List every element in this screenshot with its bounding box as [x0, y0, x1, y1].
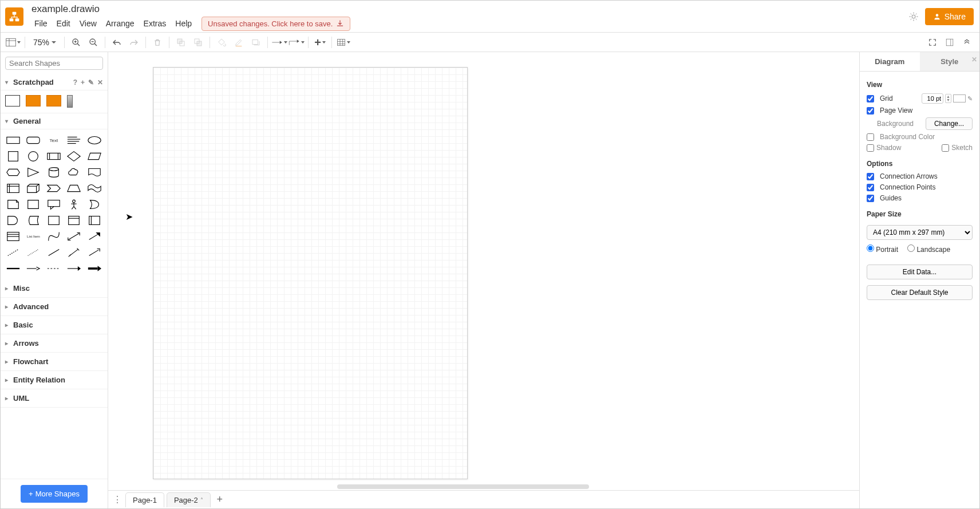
sidebar-toggle-button[interactable] — [5, 35, 21, 50]
menu-help[interactable]: Help — [171, 17, 196, 30]
connection-style-button[interactable] — [271, 35, 287, 50]
shape-text[interactable]: Text — [46, 134, 62, 147]
grid-size-input[interactable] — [922, 93, 943, 104]
shape-hexagon[interactable] — [5, 166, 21, 179]
grid-checkbox[interactable] — [867, 95, 874, 102]
shape-cloud[interactable] — [66, 166, 82, 179]
shape-ellipse[interactable] — [86, 134, 102, 147]
conn-arrows-checkbox[interactable] — [867, 173, 874, 180]
shape-link-open[interactable] — [46, 262, 62, 275]
fullscreen-button[interactable] — [924, 35, 941, 50]
sketch-checkbox[interactable] — [942, 144, 949, 152]
format-panel-toggle[interactable] — [942, 35, 958, 50]
general-header[interactable]: ▾ General — [1, 113, 108, 129]
shape-bidirectional-connector[interactable] — [66, 246, 82, 259]
table-button[interactable] — [335, 35, 351, 50]
search-input[interactable] — [9, 59, 105, 68]
bgcolor-checkbox[interactable] — [867, 133, 874, 141]
insert-button[interactable]: + — [312, 35, 328, 50]
page-tab[interactable]: Page-1 — [125, 492, 164, 507]
shape-document[interactable] — [86, 166, 102, 179]
shape-trapezoid[interactable] — [66, 182, 82, 195]
pencil-icon[interactable]: ✎ — [967, 95, 973, 102]
shape-vertical-container[interactable] — [66, 214, 82, 227]
canvas[interactable]: ➤ — [108, 52, 859, 490]
shape-step[interactable] — [46, 182, 62, 195]
shape-cube[interactable] — [25, 182, 41, 195]
shape-triangle[interactable] — [25, 166, 41, 179]
shape-cylinder[interactable] — [46, 166, 62, 179]
horizontal-scrollbar[interactable] — [337, 484, 589, 489]
shape-bidirectional-arrow[interactable] — [66, 230, 82, 243]
guides-checkbox[interactable] — [867, 195, 874, 202]
menu-file[interactable]: File — [30, 17, 52, 30]
delete-button[interactable] — [149, 35, 165, 50]
shape-container[interactable] — [46, 214, 62, 227]
pages-menu-button[interactable]: ⋮ — [112, 494, 123, 505]
portrait-radio[interactable] — [867, 244, 874, 252]
tab-style[interactable]: Style ✕ — [920, 52, 980, 71]
conn-points-checkbox[interactable] — [867, 184, 874, 191]
landscape-radio[interactable] — [907, 244, 915, 252]
search-shapes-box[interactable] — [5, 57, 103, 70]
shape-directional-connector[interactable] — [86, 246, 102, 259]
add-page-button[interactable]: + — [213, 493, 227, 507]
shape-link-dashed[interactable] — [25, 262, 41, 275]
close-icon[interactable]: ✕ — [971, 56, 977, 64]
landscape-radio-label[interactable]: Landscape — [907, 244, 950, 254]
to-front-button[interactable] — [173, 35, 189, 50]
share-button[interactable]: Share — [925, 8, 974, 25]
panel-advanced[interactable]: ▸Advanced — [1, 298, 108, 316]
more-shapes-button[interactable]: + More Shapes — [21, 485, 88, 503]
scratchpad-edit-icon[interactable]: ✎ — [88, 78, 94, 86]
menu-edit[interactable]: Edit — [53, 17, 74, 30]
shape-actor[interactable] — [66, 198, 82, 211]
shape-textbox[interactable] — [66, 134, 82, 147]
shape-note[interactable] — [5, 198, 21, 211]
scratchpad-help-icon[interactable]: ? — [73, 78, 77, 86]
theme-toggle[interactable] — [908, 11, 919, 22]
panel-uml[interactable]: ▸UML — [1, 389, 108, 408]
undo-button[interactable] — [109, 35, 125, 50]
shape-dashed-line[interactable] — [5, 246, 21, 259]
menu-arrange[interactable]: Arrange — [102, 17, 139, 30]
zoom-out-button[interactable] — [85, 35, 101, 50]
fill-color-button[interactable] — [214, 35, 230, 50]
shape-circle[interactable] — [25, 150, 41, 163]
shape-square[interactable] — [5, 150, 21, 163]
shape-rectangle[interactable] — [5, 134, 21, 147]
shape-tape[interactable] — [86, 182, 102, 195]
shape-link-thick-arrow[interactable] — [86, 262, 102, 275]
page-surface[interactable] — [153, 67, 468, 479]
shape-card[interactable] — [25, 198, 41, 211]
shape-or[interactable] — [86, 198, 102, 211]
grid-size-stepper[interactable]: ▲▼ — [945, 94, 951, 103]
shape-list-item[interactable]: List Item — [25, 230, 41, 243]
shape-dotted-line[interactable] — [25, 246, 41, 259]
app-logo[interactable] — [5, 7, 23, 26]
panel-entity-relation[interactable]: ▸Entity Relation — [1, 371, 108, 389]
shape-arrow[interactable] — [86, 230, 102, 243]
shape-diamond[interactable] — [66, 150, 82, 163]
zoom-in-button[interactable] — [68, 35, 84, 50]
panel-misc[interactable]: ▸Misc — [1, 279, 108, 298]
shape-rounded-rectangle[interactable] — [25, 134, 41, 147]
menu-extras[interactable]: Extras — [140, 17, 171, 30]
waypoint-style-button[interactable] — [289, 35, 305, 50]
panel-arrows[interactable]: ▸Arrows — [1, 334, 108, 353]
to-back-button[interactable] — [190, 35, 206, 50]
filename[interactable]: example.drawio — [30, 2, 908, 17]
collapse-button[interactable] — [959, 35, 975, 50]
menu-view[interactable]: View — [76, 17, 101, 30]
shape-internal-storage[interactable] — [5, 182, 21, 195]
shape-list[interactable] — [5, 230, 21, 243]
shadow-checkbox[interactable] — [867, 144, 874, 152]
shape-parallelogram[interactable] — [86, 150, 102, 163]
shape-line[interactable] — [46, 246, 62, 259]
redo-button[interactable] — [126, 35, 142, 50]
shape-callout[interactable] — [46, 198, 62, 211]
tab-diagram[interactable]: Diagram — [860, 52, 920, 71]
shape-data-storage[interactable] — [25, 214, 41, 227]
papersize-select[interactable]: A4 (210 mm x 297 mm) — [867, 225, 973, 240]
scratchpad-item[interactable] — [26, 95, 41, 106]
